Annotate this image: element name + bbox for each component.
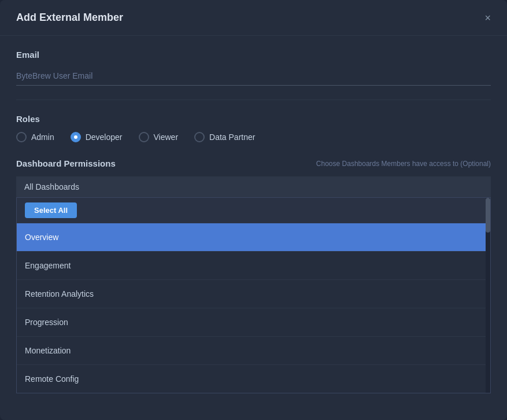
dropdown-container: Select All Overview Engagement Retention…: [16, 197, 491, 393]
list-item-remote-config[interactable]: Remote Config: [17, 364, 490, 393]
email-label: Email: [16, 50, 491, 60]
roles-row: Admin Developer Viewer Data Partner: [16, 132, 491, 142]
dashboard-permissions-section: Dashboard Permissions Choose Dashboards …: [16, 159, 491, 393]
radio-developer: [71, 132, 81, 142]
list-item-retention-analytics[interactable]: Retention Analytics: [17, 279, 490, 308]
dashboard-permissions-label: Dashboard Permissions: [16, 159, 116, 168]
radio-developer-inner: [74, 135, 77, 139]
dashboard-optional-hint: Choose Dashboards Members have access to…: [316, 160, 491, 168]
email-input[interactable]: [16, 67, 491, 86]
roles-label: Roles: [16, 114, 491, 124]
role-developer[interactable]: Developer: [71, 132, 123, 142]
select-all-row: Select All: [17, 198, 490, 223]
list-item-overview[interactable]: Overview: [17, 223, 490, 251]
dashboard-list: Overview Engagement Retention Analytics …: [17, 223, 490, 393]
close-button[interactable]: ×: [484, 13, 491, 23]
dashboard-header-row: Dashboard Permissions Choose Dashboards …: [16, 159, 491, 168]
role-admin-label: Admin: [31, 132, 54, 142]
list-item-engagement[interactable]: Engagement: [17, 251, 490, 279]
role-developer-label: Developer: [86, 132, 123, 142]
role-data-partner-label: Data Partner: [209, 132, 255, 142]
modal-title: Add External Member: [16, 12, 123, 24]
role-admin[interactable]: Admin: [16, 132, 54, 142]
list-item-progression[interactable]: Progression: [17, 308, 490, 336]
add-external-member-modal: Add External Member × Email Roles Admin …: [0, 0, 507, 420]
list-item-monetization[interactable]: Monetization: [17, 336, 490, 364]
modal-header: Add External Member ×: [0, 0, 507, 36]
all-dashboards-label: All Dashboards: [24, 182, 79, 191]
role-viewer[interactable]: Viewer: [139, 132, 179, 142]
select-all-button[interactable]: Select All: [25, 202, 77, 218]
modal-body: Email Roles Admin Developer Vi: [0, 36, 507, 420]
radio-viewer: [139, 132, 149, 142]
radio-data-partner: [194, 132, 205, 142]
roles-section: Roles Admin Developer Viewer: [16, 114, 491, 142]
role-viewer-label: Viewer: [154, 132, 179, 142]
scrollbar-thumb[interactable]: [486, 198, 490, 233]
all-dashboards-bar: All Dashboards: [16, 176, 491, 197]
radio-admin: [16, 132, 27, 142]
role-data-partner[interactable]: Data Partner: [194, 132, 255, 142]
section-divider: [16, 100, 491, 100]
scrollbar-track: [486, 198, 490, 393]
